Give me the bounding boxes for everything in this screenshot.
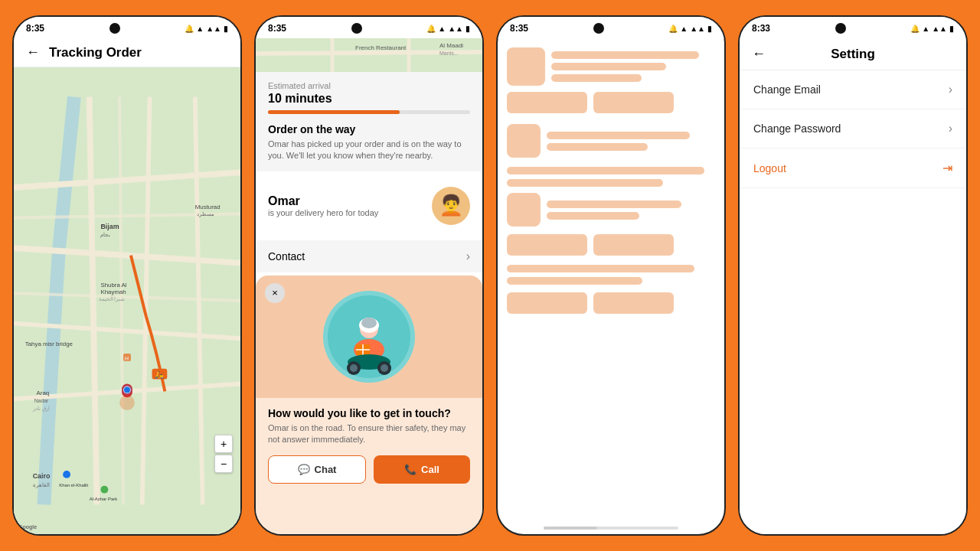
progress-fill [268, 110, 400, 114]
skeleton-button-5 [507, 292, 587, 314]
rider-svg [327, 295, 411, 379]
wifi-icon-2: ▲ [438, 24, 446, 33]
svg-point-55 [381, 364, 388, 372]
contact-title: How would you like to get in touch? [256, 398, 482, 422]
battery-icon-3: ▮ [707, 24, 712, 33]
svg-text:🛵: 🛵 [155, 370, 165, 380]
skeleton-line [547, 201, 681, 208]
skeleton-line [507, 179, 663, 187]
skeleton-line [551, 74, 642, 82]
svg-text:Manis...: Manis... [439, 51, 459, 56]
arrival-minutes: 10 minutes [268, 92, 470, 106]
change-email-label: Change Email [753, 83, 821, 96]
call-button[interactable]: 📞 Call [374, 455, 470, 484]
order-status-desc: Omar has picked up your order and is on … [268, 139, 470, 162]
skeleton-button-3 [507, 234, 587, 256]
settings-header: ← Setting [740, 38, 966, 70]
logout-item[interactable]: Logout ⇥ [740, 148, 966, 188]
svg-text:Araq: Araq [37, 390, 50, 396]
contact-popup: × [256, 276, 482, 534]
time-2: 8:35 [268, 23, 286, 34]
bell-icon-4: 🔔 [910, 24, 920, 33]
battery-icon-4: ▮ [949, 24, 954, 33]
svg-point-53 [350, 364, 358, 372]
status-bar-4: 8:33 🔔 ▲ ▲▲ ▮ [740, 17, 966, 38]
skeleton-lines-3 [547, 132, 715, 151]
phone-2: 8:35 🔔 ▲ ▲▲ ▮ French Restaurant Al Maadi… [254, 15, 484, 536]
phone-3: 8:35 🔔 ▲ ▲▲ ▮ [496, 15, 726, 536]
arrival-label: Estimated arrival [268, 81, 470, 90]
skeleton-line [507, 167, 704, 174]
bell-icon-3: 🔔 [668, 24, 678, 33]
page-title-1: Tracking Order [49, 45, 142, 60]
skeleton-row-2 [507, 92, 715, 113]
svg-text:Al Maadi: Al Maadi [439, 42, 463, 49]
bell-icon-2: 🔔 [426, 24, 436, 33]
contact-buttons: 💬 Chat 📞 Call [256, 455, 482, 493]
battery-icon-2: ▮ [466, 24, 470, 33]
logout-label: Logout [753, 162, 786, 174]
back-button-1[interactable]: ← [26, 44, 40, 60]
settings-title: Setting [775, 47, 931, 62]
bottom-scroll-fill [544, 527, 597, 530]
rider-illustration [256, 276, 482, 398]
rider-circle [323, 291, 415, 383]
svg-point-32 [63, 471, 70, 478]
signal-icon-2: ▲▲ [448, 24, 463, 33]
chat-label: Chat [315, 464, 337, 475]
svg-text:Nadar: Nadar [34, 398, 49, 403]
svg-text:Al-Azhar Park: Al-Azhar Park [90, 497, 117, 501]
contact-label: Contact [268, 250, 305, 262]
svg-text:Bijam: Bijam [100, 223, 119, 230]
popup-close-button[interactable]: × [265, 283, 285, 303]
signal-icon: ▲▲ [206, 24, 221, 33]
map-container: Bijam بجام Musturad مسطرد Shubra Al Khay… [14, 67, 240, 534]
map-background: Bijam بجام Musturad مسطرد Shubra Al Khay… [14, 67, 240, 534]
back-button-4[interactable]: ← [752, 46, 766, 62]
status-bar-3: 8:35 🔔 ▲ ▲▲ ▮ [498, 17, 724, 38]
skeleton-avatar-1 [507, 47, 545, 86]
contact-chevron: › [466, 249, 470, 263]
skeleton-line [547, 212, 639, 220]
tracking-order-header: ← Tracking Order [14, 38, 240, 67]
phone-4: 8:33 🔔 ▲ ▲▲ ▮ ← Setting Change Email › C… [738, 15, 968, 536]
map-zoom-controls: + − [214, 435, 233, 473]
skeleton-row-6 [507, 234, 715, 256]
skeleton-avatar-3 [507, 193, 541, 227]
contact-desc: Omar is on the road. To ensure thier saf… [256, 422, 482, 455]
skeleton-line [547, 143, 648, 151]
status-icons-2: 🔔 ▲ ▲▲ ▮ [426, 24, 470, 33]
phone-1: 8:35 🔔 ▲ ▲▲ ▮ ← Tracking Order [12, 15, 242, 536]
skeleton-row-8 [507, 292, 715, 314]
svg-point-31 [122, 385, 132, 396]
hero-name: Omar [268, 194, 378, 208]
svg-point-34 [100, 486, 108, 494]
skeleton-button-6 [593, 292, 674, 314]
zoom-in-button[interactable]: + [214, 435, 233, 453]
change-password-label: Change Password [753, 122, 841, 135]
camera-notch-1 [109, 23, 120, 34]
skeleton-line [507, 277, 642, 285]
zoom-out-button[interactable]: − [214, 455, 233, 473]
time-1: 8:35 [26, 23, 44, 34]
order-status-title: Order on the way [268, 123, 470, 135]
contact-row[interactable]: Contact › [256, 240, 482, 272]
svg-text:Tahya misr bridge: Tahya misr bridge [25, 341, 74, 347]
skeleton-button-4 [593, 234, 674, 256]
svg-line-0 [14, 172, 240, 187]
change-email-item[interactable]: Change Email › [740, 70, 966, 109]
call-label: Call [421, 464, 439, 475]
skeleton-lines-1 [551, 51, 715, 82]
svg-line-8 [14, 293, 240, 301]
chat-button[interactable]: 💬 Chat [268, 455, 366, 484]
time-3: 8:35 [510, 23, 528, 34]
change-password-item[interactable]: Change Password › [740, 109, 966, 148]
wifi-icon: ▲ [196, 24, 204, 33]
svg-text:مسطرد: مسطرد [197, 211, 214, 217]
skeleton-line [551, 51, 699, 59]
svg-text:Shubra Al: Shubra Al [100, 282, 126, 289]
skeleton-row-4 [507, 167, 715, 187]
battery-icon: ▮ [224, 24, 228, 33]
camera-notch-3 [593, 23, 604, 34]
time-4: 8:33 [752, 23, 770, 34]
